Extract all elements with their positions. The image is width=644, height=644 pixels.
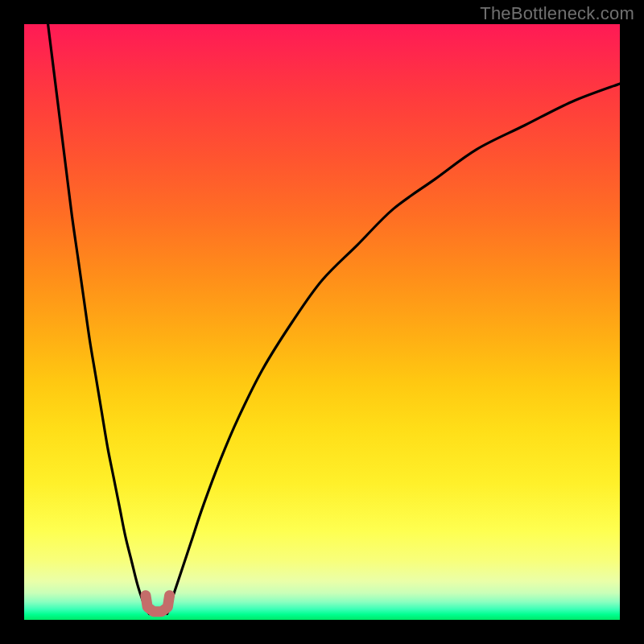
- left-branch-path: [48, 24, 150, 614]
- watermark-text: TheBottleneck.com: [480, 3, 634, 24]
- u-marker: [146, 596, 170, 612]
- curve-svg: [24, 24, 620, 620]
- right-branch-path: [167, 84, 620, 614]
- plot-area: [24, 24, 620, 620]
- chart-frame: TheBottleneck.com: [0, 0, 644, 644]
